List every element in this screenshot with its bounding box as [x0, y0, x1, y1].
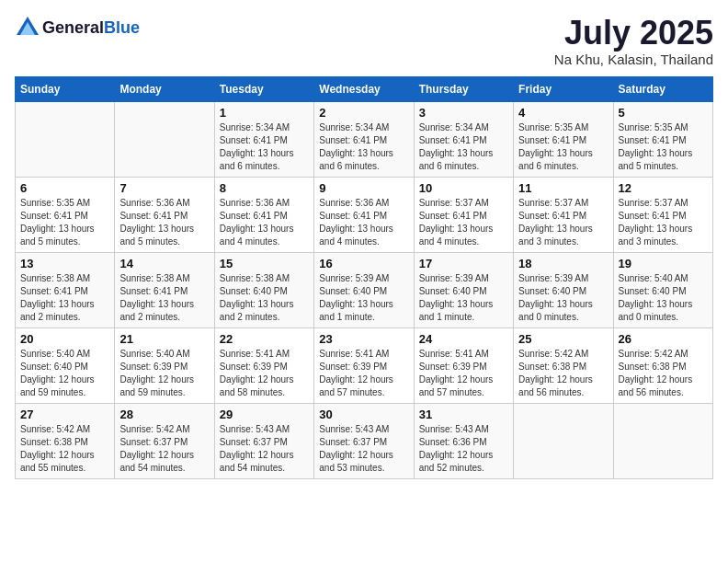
day-number: 17	[419, 257, 508, 270]
day-cell: 5Sunrise: 5:35 AM Sunset: 6:41 PM Daylig…	[613, 101, 712, 177]
day-cell: 20Sunrise: 5:40 AM Sunset: 6:40 PM Dayli…	[16, 327, 115, 403]
day-number: 30	[319, 408, 408, 421]
day-info: Sunrise: 5:38 AM Sunset: 6:41 PM Dayligh…	[20, 272, 109, 324]
day-number: 29	[220, 408, 309, 421]
day-cell: 18Sunrise: 5:39 AM Sunset: 6:40 PM Dayli…	[514, 252, 613, 327]
day-cell: 13Sunrise: 5:38 AM Sunset: 6:41 PM Dayli…	[16, 252, 115, 327]
day-cell: 12Sunrise: 5:37 AM Sunset: 6:41 PM Dayli…	[613, 177, 712, 252]
day-cell: 2Sunrise: 5:34 AM Sunset: 6:41 PM Daylig…	[314, 101, 414, 177]
day-info: Sunrise: 5:37 AM Sunset: 6:41 PM Dayligh…	[518, 197, 608, 248]
day-cell: 10Sunrise: 5:37 AM Sunset: 6:41 PM Dayli…	[414, 177, 513, 252]
title-block: July 2025 Na Khu, Kalasin, Thailand	[554, 15, 713, 67]
day-number: 1	[220, 106, 309, 120]
day-info: Sunrise: 5:43 AM Sunset: 6:37 PM Dayligh…	[319, 423, 408, 475]
day-cell: 26Sunrise: 5:42 AM Sunset: 6:38 PM Dayli…	[613, 327, 712, 403]
week-row-1: 1Sunrise: 5:34 AM Sunset: 6:41 PM Daylig…	[16, 101, 713, 177]
day-number: 19	[619, 257, 708, 270]
day-number: 4	[518, 106, 608, 120]
day-info: Sunrise: 5:42 AM Sunset: 6:37 PM Dayligh…	[119, 423, 209, 475]
day-number: 10	[419, 181, 508, 195]
day-number: 27	[20, 408, 109, 421]
day-number: 25	[518, 332, 608, 346]
week-row-3: 13Sunrise: 5:38 AM Sunset: 6:41 PM Dayli…	[16, 252, 713, 327]
day-cell: 30Sunrise: 5:43 AM Sunset: 6:37 PM Dayli…	[314, 403, 414, 478]
day-number: 8	[220, 181, 309, 195]
calendar-table: SundayMondayTuesdayWednesdayThursdayFrid…	[15, 76, 713, 479]
day-number: 28	[119, 408, 209, 421]
day-cell: 3Sunrise: 5:34 AM Sunset: 6:41 PM Daylig…	[414, 101, 513, 177]
day-cell: 17Sunrise: 5:39 AM Sunset: 6:40 PM Dayli…	[414, 252, 513, 327]
day-cell	[613, 403, 712, 478]
day-info: Sunrise: 5:39 AM Sunset: 6:40 PM Dayligh…	[419, 272, 508, 324]
logo-general: General	[42, 18, 104, 37]
day-info: Sunrise: 5:40 AM Sunset: 6:40 PM Dayligh…	[619, 272, 708, 324]
day-info: Sunrise: 5:36 AM Sunset: 6:41 PM Dayligh…	[119, 197, 209, 248]
weekday-header-saturday: Saturday	[613, 76, 712, 101]
day-number: 23	[319, 332, 408, 346]
month-title: July 2025	[554, 15, 713, 52]
day-info: Sunrise: 5:42 AM Sunset: 6:38 PM Dayligh…	[518, 348, 608, 399]
day-number: 3	[419, 106, 508, 120]
day-number: 18	[518, 257, 608, 270]
weekday-header-row: SundayMondayTuesdayWednesdayThursdayFrid…	[16, 76, 713, 101]
day-cell: 27Sunrise: 5:42 AM Sunset: 6:38 PM Dayli…	[16, 403, 115, 478]
day-cell	[16, 101, 115, 177]
day-info: Sunrise: 5:36 AM Sunset: 6:41 PM Dayligh…	[220, 197, 309, 248]
day-cell: 29Sunrise: 5:43 AM Sunset: 6:37 PM Dayli…	[214, 403, 313, 478]
day-info: Sunrise: 5:39 AM Sunset: 6:40 PM Dayligh…	[518, 272, 608, 324]
logo-blue: Blue	[104, 18, 140, 37]
day-cell: 23Sunrise: 5:41 AM Sunset: 6:39 PM Dayli…	[314, 327, 414, 403]
day-number: 14	[119, 257, 209, 270]
weekday-header-friday: Friday	[514, 76, 613, 101]
day-info: Sunrise: 5:34 AM Sunset: 6:41 PM Dayligh…	[220, 121, 309, 173]
weekday-header-sunday: Sunday	[16, 76, 115, 101]
day-cell: 25Sunrise: 5:42 AM Sunset: 6:38 PM Dayli…	[514, 327, 613, 403]
day-cell: 22Sunrise: 5:41 AM Sunset: 6:39 PM Dayli…	[214, 327, 313, 403]
day-info: Sunrise: 5:39 AM Sunset: 6:40 PM Dayligh…	[319, 272, 408, 324]
day-number: 2	[319, 106, 408, 120]
day-cell: 21Sunrise: 5:40 AM Sunset: 6:39 PM Dayli…	[115, 327, 214, 403]
day-number: 24	[419, 332, 508, 346]
day-info: Sunrise: 5:35 AM Sunset: 6:41 PM Dayligh…	[518, 121, 608, 173]
weekday-header-tuesday: Tuesday	[214, 76, 313, 101]
day-number: 16	[319, 257, 408, 270]
day-cell: 7Sunrise: 5:36 AM Sunset: 6:41 PM Daylig…	[115, 177, 214, 252]
day-number: 12	[619, 181, 708, 195]
day-info: Sunrise: 5:36 AM Sunset: 6:41 PM Dayligh…	[319, 197, 408, 248]
day-info: Sunrise: 5:38 AM Sunset: 6:41 PM Dayligh…	[119, 272, 209, 324]
week-row-5: 27Sunrise: 5:42 AM Sunset: 6:38 PM Dayli…	[16, 403, 713, 478]
day-cell: 11Sunrise: 5:37 AM Sunset: 6:41 PM Dayli…	[514, 177, 613, 252]
weekday-header-thursday: Thursday	[414, 76, 513, 101]
day-info: Sunrise: 5:42 AM Sunset: 6:38 PM Dayligh…	[619, 348, 708, 399]
day-number: 31	[419, 408, 508, 421]
day-number: 7	[119, 181, 209, 195]
day-info: Sunrise: 5:38 AM Sunset: 6:40 PM Dayligh…	[220, 272, 309, 324]
day-number: 20	[20, 332, 109, 346]
day-cell: 28Sunrise: 5:42 AM Sunset: 6:37 PM Dayli…	[115, 403, 214, 478]
logo: GeneralBlue	[15, 15, 140, 40]
day-number: 21	[119, 332, 209, 346]
day-info: Sunrise: 5:41 AM Sunset: 6:39 PM Dayligh…	[419, 348, 508, 399]
day-number: 15	[220, 257, 309, 270]
day-cell: 8Sunrise: 5:36 AM Sunset: 6:41 PM Daylig…	[214, 177, 313, 252]
day-cell: 16Sunrise: 5:39 AM Sunset: 6:40 PM Dayli…	[314, 252, 414, 327]
day-info: Sunrise: 5:34 AM Sunset: 6:41 PM Dayligh…	[319, 121, 408, 173]
day-cell	[514, 403, 613, 478]
weekday-header-wednesday: Wednesday	[314, 76, 414, 101]
page-header: GeneralBlue July 2025 Na Khu, Kalasin, T…	[15, 15, 713, 67]
day-number: 6	[20, 181, 109, 195]
day-number: 26	[619, 332, 708, 346]
day-cell: 24Sunrise: 5:41 AM Sunset: 6:39 PM Dayli…	[414, 327, 513, 403]
day-cell: 19Sunrise: 5:40 AM Sunset: 6:40 PM Dayli…	[613, 252, 712, 327]
day-cell: 6Sunrise: 5:35 AM Sunset: 6:41 PM Daylig…	[16, 177, 115, 252]
weekday-header-monday: Monday	[115, 76, 214, 101]
day-info: Sunrise: 5:40 AM Sunset: 6:40 PM Dayligh…	[20, 348, 109, 399]
day-cell: 15Sunrise: 5:38 AM Sunset: 6:40 PM Dayli…	[214, 252, 313, 327]
week-row-4: 20Sunrise: 5:40 AM Sunset: 6:40 PM Dayli…	[16, 327, 713, 403]
day-info: Sunrise: 5:43 AM Sunset: 6:37 PM Dayligh…	[220, 423, 309, 475]
day-info: Sunrise: 5:34 AM Sunset: 6:41 PM Dayligh…	[419, 121, 508, 173]
day-info: Sunrise: 5:37 AM Sunset: 6:41 PM Dayligh…	[419, 197, 508, 248]
location: Na Khu, Kalasin, Thailand	[554, 52, 713, 67]
day-cell: 14Sunrise: 5:38 AM Sunset: 6:41 PM Dayli…	[115, 252, 214, 327]
day-cell: 31Sunrise: 5:43 AM Sunset: 6:36 PM Dayli…	[414, 403, 513, 478]
